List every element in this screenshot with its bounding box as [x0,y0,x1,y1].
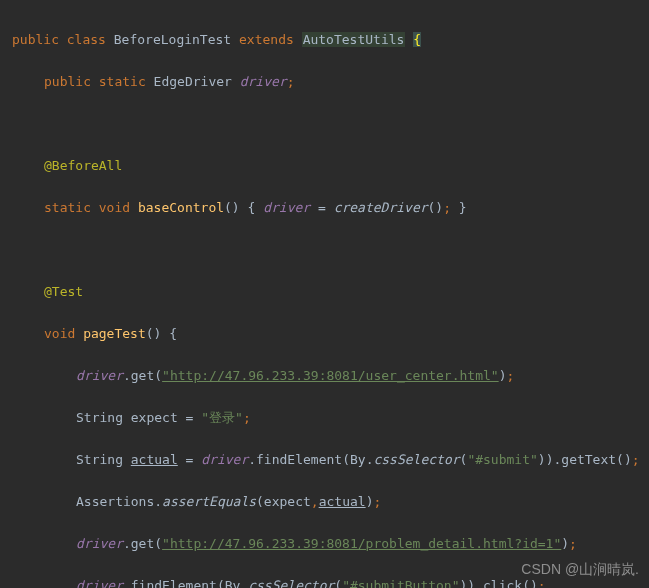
method-basecontrol: baseControl [138,200,224,215]
code-line: @BeforeAll [8,155,649,176]
url-string: "http://47.96.233.39:8081/user_center.ht… [162,368,499,383]
code-line: public class BeforeLoginTest extends Aut… [8,29,649,50]
extends-class: AutoTestUtils [302,32,406,47]
code-line: public static EdgeDriver driver; [8,71,649,92]
blank-line [8,113,649,134]
method-pagetest: pageTest [83,326,146,341]
keyword-extends: extends [239,32,294,47]
watermark-text: CSDN @山涧晴岚. [521,559,639,580]
brace-open: { [413,32,421,47]
blank-line [8,239,649,260]
annotation-beforeall: @BeforeAll [44,158,122,173]
keyword-class: class [67,32,106,47]
code-line: driver.get("http://47.96.233.39:8081/use… [8,365,649,386]
keyword-public: public [12,32,59,47]
field-driver: driver [240,74,287,89]
code-line: static void baseControl() { driver = cre… [8,197,649,218]
code-line: driver.get("http://47.96.233.39:8081/pro… [8,533,649,554]
class-name: BeforeLoginTest [114,32,231,47]
code-editor[interactable]: public class BeforeLoginTest extends Aut… [0,0,649,588]
code-line: String actual = driver.findElement(By.cs… [8,449,649,470]
code-line: @Test [8,281,649,302]
code-line: Assertions.assertEquals(expect,actual); [8,491,649,512]
code-line: String expect = "登录"; [8,407,649,428]
code-line: void pageTest() { [8,323,649,344]
annotation-test: @Test [44,284,83,299]
